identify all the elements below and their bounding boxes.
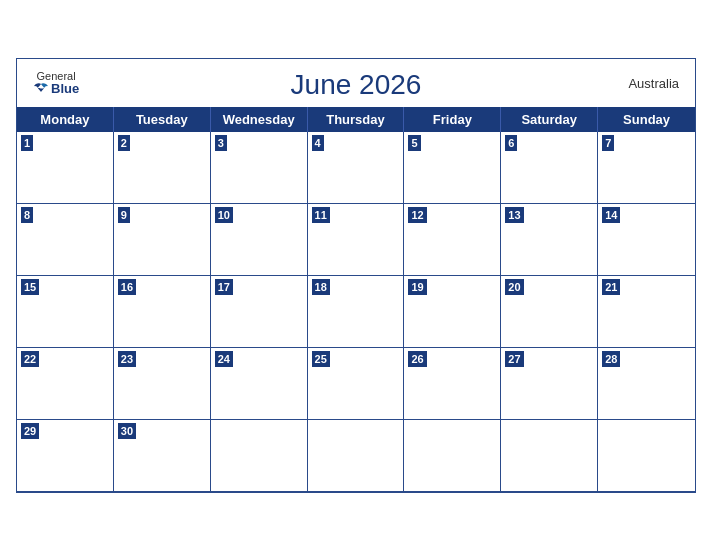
- date-number: 27: [505, 351, 523, 367]
- calendar-grid: 1234567891011121314151617181920212223242…: [17, 132, 695, 492]
- day-cell: [211, 420, 308, 492]
- day-cell: 3: [211, 132, 308, 204]
- date-number: 18: [312, 279, 330, 295]
- day-cell: 10: [211, 204, 308, 276]
- day-cell: 11: [308, 204, 405, 276]
- day-header-thursday: Thursday: [308, 107, 405, 132]
- day-cell: [598, 420, 695, 492]
- day-cell: 16: [114, 276, 211, 348]
- date-number: 4: [312, 135, 324, 151]
- day-cell: 4: [308, 132, 405, 204]
- day-cell: 17: [211, 276, 308, 348]
- date-number: 5: [408, 135, 420, 151]
- date-number: 6: [505, 135, 517, 151]
- day-headers: Monday Tuesday Wednesday Thursday Friday…: [17, 107, 695, 132]
- calendar-header: General Blue June 2026 Australia: [17, 59, 695, 107]
- date-number: 29: [21, 423, 39, 439]
- day-cell: [404, 420, 501, 492]
- day-header-sunday: Sunday: [598, 107, 695, 132]
- logo-bird-icon: [33, 82, 49, 96]
- day-cell: 28: [598, 348, 695, 420]
- date-number: 14: [602, 207, 620, 223]
- date-number: 19: [408, 279, 426, 295]
- day-cell: 9: [114, 204, 211, 276]
- day-cell: 24: [211, 348, 308, 420]
- day-cell: 12: [404, 204, 501, 276]
- day-cell: 1: [17, 132, 114, 204]
- day-header-monday: Monday: [17, 107, 114, 132]
- date-number: 8: [21, 207, 33, 223]
- day-cell: 20: [501, 276, 598, 348]
- logo-blue: Blue: [33, 81, 79, 95]
- date-number: 11: [312, 207, 330, 223]
- day-cell: 26: [404, 348, 501, 420]
- date-number: 10: [215, 207, 233, 223]
- date-number: 13: [505, 207, 523, 223]
- date-number: 21: [602, 279, 620, 295]
- country-label: Australia: [628, 75, 679, 90]
- day-cell: 15: [17, 276, 114, 348]
- day-header-friday: Friday: [404, 107, 501, 132]
- day-cell: 25: [308, 348, 405, 420]
- day-cell: 21: [598, 276, 695, 348]
- day-header-saturday: Saturday: [501, 107, 598, 132]
- day-cell: 14: [598, 204, 695, 276]
- date-number: 30: [118, 423, 136, 439]
- date-number: 24: [215, 351, 233, 367]
- calendar: General Blue June 2026 Australia Monday …: [16, 58, 696, 493]
- day-cell: 29: [17, 420, 114, 492]
- day-cell: 23: [114, 348, 211, 420]
- date-number: 2: [118, 135, 130, 151]
- date-number: 1: [21, 135, 33, 151]
- day-cell: 22: [17, 348, 114, 420]
- date-number: 3: [215, 135, 227, 151]
- date-number: 25: [312, 351, 330, 367]
- date-number: 17: [215, 279, 233, 295]
- calendar-title: June 2026: [291, 69, 422, 101]
- date-number: 9: [118, 207, 130, 223]
- day-cell: [308, 420, 405, 492]
- day-cell: 30: [114, 420, 211, 492]
- day-header-tuesday: Tuesday: [114, 107, 211, 132]
- day-cell: 7: [598, 132, 695, 204]
- day-cell: 13: [501, 204, 598, 276]
- date-number: 23: [118, 351, 136, 367]
- date-number: 7: [602, 135, 614, 151]
- day-cell: 19: [404, 276, 501, 348]
- date-number: 26: [408, 351, 426, 367]
- date-number: 28: [602, 351, 620, 367]
- logo: General Blue: [33, 69, 79, 95]
- day-cell: 6: [501, 132, 598, 204]
- date-number: 16: [118, 279, 136, 295]
- day-cell: 2: [114, 132, 211, 204]
- date-number: 22: [21, 351, 39, 367]
- date-number: 15: [21, 279, 39, 295]
- day-cell: 27: [501, 348, 598, 420]
- date-number: 20: [505, 279, 523, 295]
- day-header-wednesday: Wednesday: [211, 107, 308, 132]
- day-cell: 18: [308, 276, 405, 348]
- day-cell: [501, 420, 598, 492]
- day-cell: 5: [404, 132, 501, 204]
- date-number: 12: [408, 207, 426, 223]
- day-cell: 8: [17, 204, 114, 276]
